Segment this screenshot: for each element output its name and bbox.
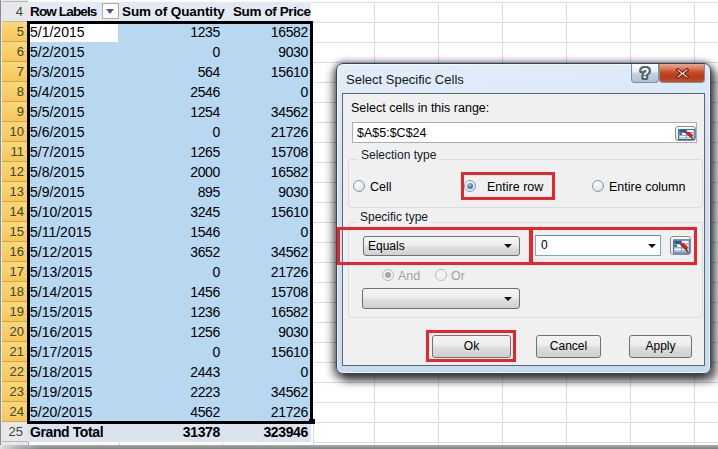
svg-text:?: ? [641,65,650,81]
